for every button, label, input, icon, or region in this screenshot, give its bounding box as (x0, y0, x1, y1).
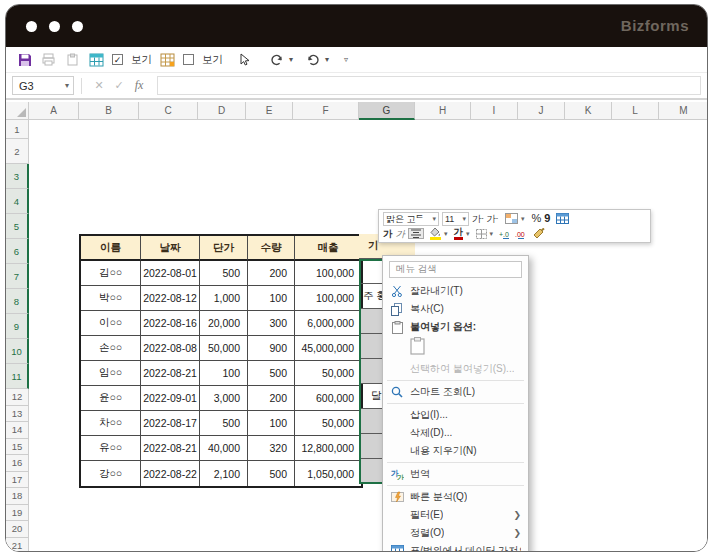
column-header-I[interactable]: I (471, 102, 518, 120)
paste-option-button[interactable] (383, 336, 528, 360)
increase-decimal-icon[interactable]: +.0 (499, 229, 512, 239)
table-cell[interactable]: 40,000 (200, 436, 248, 461)
cancel-entry-icon[interactable]: ✕ (89, 79, 109, 92)
toolbar-overflow-icon[interactable]: ▿ (344, 55, 348, 64)
row-header-11[interactable]: 11 (6, 364, 29, 389)
column-header-H[interactable]: H (415, 102, 471, 120)
row-header-12[interactable]: 12 (6, 389, 29, 406)
font-color-icon[interactable]: 가 (454, 227, 464, 240)
table-cell[interactable]: 100,000 (295, 261, 361, 286)
column-header-M[interactable]: M (659, 102, 708, 120)
row-header-6[interactable]: 6 (6, 239, 29, 264)
table-cell[interactable]: 100 (248, 286, 295, 311)
row-header-18[interactable]: 18 (6, 488, 29, 505)
table-cell[interactable]: 20,000 (200, 311, 248, 336)
table-cell[interactable]: 600,000 (295, 386, 361, 411)
name-box[interactable]: G3 ▾ (12, 76, 74, 95)
table-cell[interactable]: 50,000 (295, 361, 361, 386)
column-header-D[interactable]: D (198, 102, 246, 120)
menu-item-paste-options[interactable]: 붙여넣기 옵션: (383, 318, 528, 336)
table-cell[interactable]: 300 (248, 311, 295, 336)
table-cell[interactable]: 900 (248, 336, 295, 361)
table-cell[interactable]: 12,800,000 (295, 436, 361, 461)
column-header-B[interactable]: B (79, 102, 139, 120)
paste-toolbar-icon[interactable] (64, 51, 81, 68)
conditional-format-icon[interactable] (505, 213, 518, 224)
window-dot-icon[interactable] (26, 21, 37, 32)
menu-item-filter[interactable]: 필터(E)❯ (383, 506, 528, 524)
center-align-button[interactable] (408, 228, 424, 239)
column-header-F[interactable]: F (293, 102, 359, 120)
view2-checkbox[interactable] (183, 54, 194, 65)
table-cell[interactable]: 200 (248, 261, 295, 286)
menu-item-clear-contents[interactable]: 내용 지우기(N) (383, 442, 528, 460)
table-cell[interactable]: 500 (200, 261, 248, 286)
table-cell[interactable]: 이○○ (81, 311, 141, 336)
column-header-L[interactable]: L (612, 102, 659, 120)
menu-item-delete[interactable]: 삭제(D)... (383, 424, 528, 442)
italic-button[interactable]: 가 (396, 229, 406, 239)
table-cell[interactable]: 100 (200, 361, 248, 386)
column-header-G[interactable]: G (359, 102, 415, 120)
enter-entry-icon[interactable]: ✓ (109, 79, 129, 92)
redo-icon[interactable] (268, 51, 285, 68)
row-header-13[interactable]: 13 (6, 406, 29, 423)
row-header-3[interactable]: 3 (6, 164, 29, 189)
decrease-decimal-icon[interactable]: .00 (515, 229, 528, 239)
undo-icon[interactable] (304, 51, 321, 68)
row-header-17[interactable]: 17 (6, 472, 29, 489)
bold-button[interactable]: 가 (383, 229, 393, 239)
menu-item-sort[interactable]: 정렬(O)❯ (383, 524, 528, 542)
row-header-15[interactable]: 15 (6, 439, 29, 456)
row-header-4[interactable]: 4 (6, 189, 29, 214)
table-cell[interactable]: 500 (248, 361, 295, 386)
table-cell[interactable]: 200 (248, 386, 295, 411)
table-cell[interactable]: 1,050,000 (295, 461, 361, 486)
menu-item-translate[interactable]: 가가번역 (383, 465, 528, 483)
redo-dropdown-icon[interactable]: ▾ (289, 55, 293, 64)
table-cell[interactable]: 유○○ (81, 436, 141, 461)
menu-item-quick-analysis[interactable]: 빠른 분석(Q) (383, 488, 528, 506)
name-box-dropdown-icon[interactable]: ▾ (65, 81, 69, 90)
table-cell[interactable]: 45,000,000 (295, 336, 361, 361)
fill-color-icon[interactable] (430, 228, 441, 240)
table-cell[interactable]: 100,000 (295, 286, 361, 311)
table-cell[interactable]: 윤○○ (81, 386, 141, 411)
table-cell[interactable]: 2022-08-16 (141, 311, 200, 336)
table-cell[interactable]: 2022-08-21 (141, 436, 200, 461)
format-painter-icon[interactable] (533, 228, 545, 239)
menu-item-insert[interactable]: 삽입(I)... (383, 406, 528, 424)
menu-item-paste-special[interactable]: 선택하여 붙여넣기(S)... (383, 360, 528, 378)
percent-style-button[interactable]: % (532, 213, 542, 224)
insert-function-icon[interactable]: fx (129, 78, 149, 93)
table-cell[interactable]: 500 (248, 461, 295, 486)
font-size-select[interactable]: 11 ▾ (442, 212, 469, 226)
grow-font-button[interactable]: 가ˆ (472, 214, 484, 224)
row-header-9[interactable]: 9 (6, 314, 29, 339)
table-cell[interactable]: 2022-09-01 (141, 386, 200, 411)
row-header-7[interactable]: 7 (6, 264, 29, 289)
table-cell[interactable]: 2022-08-08 (141, 336, 200, 361)
row-header-20[interactable]: 20 (6, 521, 29, 538)
window-dot-icon[interactable] (72, 21, 83, 32)
table-cell[interactable]: 500 (200, 411, 248, 436)
shrink-font-button[interactable]: 가ˇ (487, 214, 499, 224)
row-header-5[interactable]: 5 (6, 214, 29, 239)
table-cell[interactable]: 2022-08-12 (141, 286, 200, 311)
menu-item-smart-lookup[interactable]: 스마트 조회(L) (383, 383, 528, 401)
table-cell[interactable]: 김○○ (81, 261, 141, 286)
formula-input[interactable] (157, 76, 701, 95)
table-fields-icon[interactable] (159, 51, 176, 68)
table-cell[interactable]: 50,000 (295, 411, 361, 436)
row-header-8[interactable]: 8 (6, 289, 29, 314)
column-header-E[interactable]: E (246, 102, 293, 120)
row-header-21[interactable]: 21 (6, 538, 29, 553)
borders-icon[interactable] (476, 229, 487, 239)
row-header-2[interactable]: 2 (6, 139, 29, 164)
table-cell[interactable]: 박○○ (81, 286, 141, 311)
table-cell[interactable]: 손○○ (81, 336, 141, 361)
table-cell[interactable]: 2022-08-17 (141, 411, 200, 436)
select-all-corner[interactable] (6, 102, 29, 120)
table-cell[interactable]: 임○○ (81, 361, 141, 386)
comma-style-button[interactable]: 9 (544, 213, 550, 224)
